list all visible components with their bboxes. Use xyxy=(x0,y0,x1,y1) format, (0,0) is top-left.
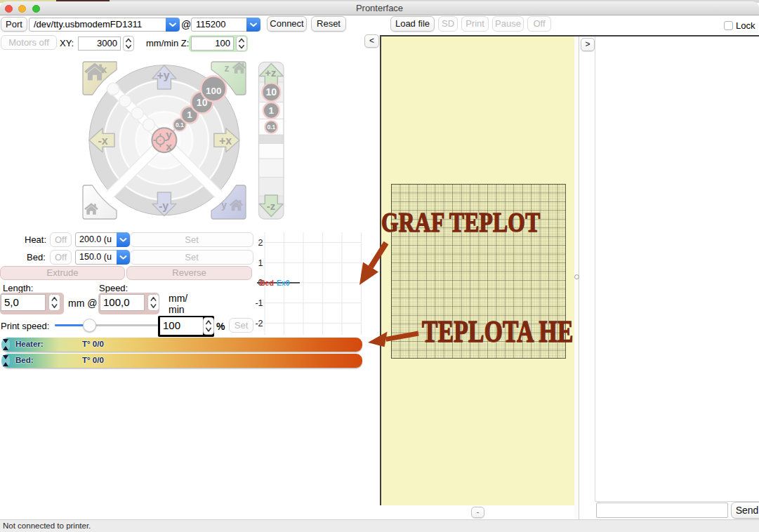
svg-text:+z: +z xyxy=(265,67,276,79)
svg-text:-2: -2 xyxy=(255,319,263,328)
svg-text:x: x xyxy=(166,140,172,152)
svg-text:y: y xyxy=(221,199,227,211)
svg-text:Bed: Bed xyxy=(260,279,274,287)
svg-text:-y: -y xyxy=(159,200,169,212)
svg-text:-z: -z xyxy=(267,200,276,212)
svg-text:+x: +x xyxy=(219,135,232,147)
svg-text:x: x xyxy=(101,63,107,75)
svg-text:-1: -1 xyxy=(255,298,263,308)
svg-text:z: z xyxy=(225,62,230,74)
svg-text:Ex0: Ex0 xyxy=(277,279,290,287)
svg-text:10: 10 xyxy=(266,86,277,98)
svg-text:100: 100 xyxy=(206,86,222,96)
svg-text:1: 1 xyxy=(269,105,275,116)
svg-text:y: y xyxy=(166,128,172,140)
svg-text:-x: -x xyxy=(98,135,107,147)
svg-text:0.1: 0.1 xyxy=(267,124,275,131)
svg-text:1: 1 xyxy=(258,258,263,268)
svg-text:2: 2 xyxy=(258,238,263,248)
svg-text:+y: +y xyxy=(157,69,169,81)
svg-text:1: 1 xyxy=(187,109,192,120)
svg-text:0.1: 0.1 xyxy=(176,121,184,128)
